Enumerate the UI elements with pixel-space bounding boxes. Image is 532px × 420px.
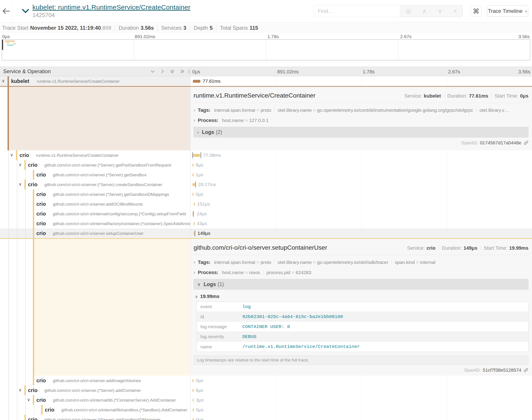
span-timeline-cell[interactable]: 8μs <box>190 160 532 170</box>
span-name-cell[interactable]: criogithub.com/cri-o/cri-o/server.(*Serv… <box>0 170 190 180</box>
locate-icon[interactable]: ◎ <box>406 8 411 15</box>
span-name-cell[interactable]: criogithub.com/cri-o/cri-o/server.(*Serv… <box>0 415 190 420</box>
chevron-right-icon[interactable]: › <box>194 118 195 123</box>
span-row[interactable]: ∨criogithub.com/cri-o/cri-o/server.(*Ser… <box>0 385 532 395</box>
log-field-row: log.messageCONTAINER USER: 0 <box>197 322 528 332</box>
span-bar[interactable] <box>192 379 194 382</box>
span-timeline-cell[interactable]: 0μs <box>190 415 532 420</box>
span-name-cell[interactable]: criogithub.com/cri-o/cri-o/internal/lib/… <box>0 405 190 415</box>
span-bar[interactable] <box>193 418 194 420</box>
chevron-right-icon[interactable]: › <box>194 270 195 275</box>
chevron-down-icon[interactable]: ∨ <box>19 388 22 392</box>
chevron-down-icon[interactable]: ∨ <box>2 79 5 83</box>
collapse-one-icon[interactable] <box>150 69 155 74</box>
span-row[interactable]: ∨crioruntime.v1.RuntimeService/CreateCon… <box>0 150 532 160</box>
span-row[interactable]: ∨criogithub.com/cri-o/cri-o/server.(*Ser… <box>0 180 532 189</box>
span-bar[interactable] <box>194 232 194 235</box>
span-name-cell[interactable]: ∨kubeletruntime.v1.RuntimeService/Create… <box>0 76 190 86</box>
span-timeline-cell[interactable]: 77.08ms <box>190 150 532 160</box>
copy-link-icon[interactable] <box>524 368 529 373</box>
span-name-cell[interactable]: criogithub.com/cri-o/cri-o/server.addIma… <box>0 376 190 385</box>
span-bar[interactable] <box>193 399 194 402</box>
column-resize-handle[interactable] <box>188 70 190 74</box>
span-row[interactable]: criogithub.com/cri-o/cri-o/server.addOCI… <box>0 199 532 209</box>
span-name-cell[interactable]: criogithub.com/cri-o/cri-o/internal/conf… <box>0 209 190 219</box>
span-timeline-cell[interactable]: 0μs <box>190 189 532 199</box>
expand-one-icon[interactable] <box>160 69 165 74</box>
span-timeline-cell[interactable]: 6μs <box>190 385 532 395</box>
expand-all-icon[interactable] <box>180 69 185 74</box>
trace-collapse-toggle[interactable] <box>22 9 29 14</box>
span-timeline-cell[interactable]: 1μs <box>190 170 532 180</box>
span-timeline-cell[interactable]: 149μs <box>190 228 532 238</box>
span-bar[interactable] <box>193 154 200 157</box>
clear-search-icon[interactable]: × <box>454 8 457 15</box>
span-bar[interactable] <box>192 183 195 186</box>
process-row[interactable]: ›Process:host.name=nixosprocess.pid=6242… <box>194 270 529 275</box>
span-timeline-cell[interactable]: 0μs <box>190 405 532 415</box>
span-timeline-cell[interactable]: 20.17ms <box>190 180 532 189</box>
trace-summary-bar: Trace StartNovember 15 2022, 11:19:40.80… <box>0 22 532 33</box>
process-row[interactable]: ›Process:host.name=127.0.0.1 <box>194 118 529 123</box>
span-row[interactable]: criogithub.com/cri-o/cri-o/server.addIma… <box>0 376 532 385</box>
span-name-cell[interactable]: ∨crioruntime.v1.RuntimeService/CreateCon… <box>0 150 190 160</box>
span-timeline-cell[interactable]: 43μs <box>190 219 532 228</box>
span-bar[interactable] <box>194 222 195 225</box>
copy-link-icon[interactable] <box>524 140 529 145</box>
span-bar[interactable] <box>192 389 194 392</box>
chevron-down-icon[interactable]: ∨ <box>19 182 22 186</box>
span-row[interactable]: ∨criogithub.com/cri-o/cri-o/server.(*Ser… <box>0 160 532 170</box>
tags-row[interactable]: ›Tags:internal.span.format=protootel.lib… <box>194 259 529 265</box>
span-bar[interactable] <box>192 164 194 166</box>
equals-sign: = <box>245 270 248 275</box>
span-name-cell[interactable]: criogithub.com/cri-o/cri-o/internal/fact… <box>0 219 190 228</box>
span-bar[interactable] <box>192 193 194 196</box>
logs-accordion-header[interactable]: ∨Logs(1) <box>194 279 529 290</box>
minimap-scrubber-handle[interactable] <box>2 40 3 50</box>
log-fields-table: eventlogid92b82381-025c-4a64-815c-ba2e1b… <box>197 301 529 352</box>
timeline-ticks: 0μs 891.02ms 1.78s 2.67s 3.56s <box>190 67 532 76</box>
chevron-right-icon[interactable]: › <box>194 107 195 113</box>
chevron-down-icon[interactable]: ∨ <box>10 153 13 157</box>
span-timeline-cell[interactable]: 3μs <box>190 395 532 405</box>
span-timeline-cell[interactable]: 24μs <box>190 209 532 219</box>
span-bar[interactable] <box>193 80 200 83</box>
span-row[interactable]: ∨criogithub.com/cri-o/cri-o/internal/lib… <box>0 395 532 405</box>
span-row[interactable]: criogithub.com/cri-o/cri-o/internal/lib/… <box>0 405 532 415</box>
span-bar[interactable] <box>193 408 194 411</box>
span-name-cell[interactable]: ∨criogithub.com/cri-o/cri-o/server.(*Ser… <box>0 385 190 395</box>
collapse-all-icon[interactable] <box>170 69 175 74</box>
span-row[interactable]: criogithub.com/cri-o/cri-o/server.(*Serv… <box>0 170 532 180</box>
prev-match-icon[interactable]: ∧ <box>422 8 427 15</box>
span-row[interactable]: criogithub.com/cri-o/cri-o/server.(*Serv… <box>0 189 532 199</box>
span-bar[interactable] <box>192 173 194 176</box>
next-match-icon[interactable]: ∨ <box>438 8 442 15</box>
span-row[interactable]: criogithub.com/cri-o/cri-o/internal/fact… <box>0 219 532 228</box>
trace-title-link[interactable]: kubelet: runtime.v1.RuntimeService/Creat… <box>32 3 190 11</box>
span-timeline-cell[interactable]: 77.61ms <box>190 76 532 86</box>
span-row[interactable]: criogithub.com/cri-o/cri-o/server.(*Serv… <box>0 415 532 420</box>
span-name-cell[interactable]: criogithub.com/cri-o/cri-o/server.(*Serv… <box>0 189 190 199</box>
find-input[interactable] <box>314 5 400 17</box>
span-row[interactable]: ∨kubeletruntime.v1.RuntimeService/Create… <box>0 76 532 86</box>
span-timeline-cell[interactable]: 151μs <box>190 199 532 209</box>
span-row[interactable]: criogithub.com/cri-o/cri-o/server.setupC… <box>0 228 532 238</box>
span-name-cell[interactable]: ∨criogithub.com/cri-o/cri-o/server.(*Ser… <box>0 180 190 189</box>
span-name-cell[interactable]: criogithub.com/cri-o/cri-o/server.addOCI… <box>0 199 190 209</box>
tags-row[interactable]: ›Tags:internal.span.format=protootel.lib… <box>194 107 529 113</box>
span-row[interactable]: criogithub.com/cri-o/cri-o/internal/conf… <box>0 209 532 219</box>
chevron-down-icon[interactable]: ∨ <box>27 398 30 402</box>
keyboard-shortcuts-button[interactable]: ⌘ <box>470 6 482 17</box>
span-bar[interactable] <box>194 203 195 206</box>
back-button[interactable] <box>0 0 13 22</box>
log-entry-header[interactable]: ∨19.99ms <box>195 294 529 299</box>
span-name-cell[interactable]: ∨criogithub.com/cri-o/cri-o/server.(*Ser… <box>0 160 190 170</box>
span-name-cell[interactable]: ∨criogithub.com/cri-o/cri-o/internal/lib… <box>0 395 190 405</box>
span-timeline-cell[interactable]: 0μs <box>190 376 532 385</box>
trace-view-selector[interactable]: Trace Timeline ∨ <box>487 6 528 17</box>
span-name-cell[interactable]: criogithub.com/cri-o/cri-o/server.setupC… <box>0 228 190 238</box>
chevron-down-icon[interactable]: ∨ <box>19 163 22 167</box>
logs-accordion-header[interactable]: ›Logs(2) <box>194 127 529 137</box>
chevron-right-icon[interactable]: › <box>194 259 195 265</box>
minimap-canvas[interactable] <box>2 40 530 60</box>
